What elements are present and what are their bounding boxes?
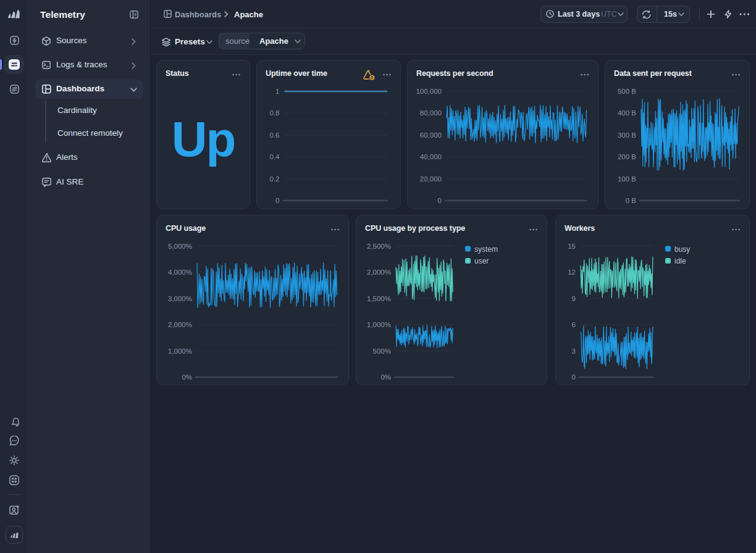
svg-text:2,000%: 2,000% bbox=[168, 321, 192, 328]
svg-text:500%: 500% bbox=[373, 347, 391, 355]
svg-text:0: 0 bbox=[275, 197, 279, 204]
svg-text:0 B: 0 B bbox=[626, 197, 637, 204]
svg-text:300 B: 300 B bbox=[618, 131, 636, 139]
svg-text:1,500%: 1,500% bbox=[367, 295, 391, 302]
svg-text:0.8: 0.8 bbox=[270, 109, 280, 117]
svg-text:6: 6 bbox=[572, 321, 576, 328]
svg-text:1,000%: 1,000% bbox=[367, 321, 391, 328]
svg-text:idle: idle bbox=[674, 257, 686, 265]
svg-text:0: 0 bbox=[438, 197, 442, 204]
svg-text:3: 3 bbox=[572, 347, 576, 355]
svg-text:busy: busy bbox=[674, 245, 690, 254]
svg-text:0: 0 bbox=[572, 373, 576, 381]
svg-text:1,000%: 1,000% bbox=[168, 347, 192, 355]
svg-text:1: 1 bbox=[275, 88, 279, 95]
svg-text:500 B: 500 B bbox=[618, 88, 636, 95]
svg-text:0%: 0% bbox=[380, 373, 391, 381]
svg-text:20,000: 20,000 bbox=[420, 175, 442, 183]
svg-text:3,000%: 3,000% bbox=[168, 295, 192, 302]
svg-text:user: user bbox=[474, 257, 489, 265]
svg-text:100 B: 100 B bbox=[618, 175, 636, 183]
svg-text:9: 9 bbox=[572, 295, 576, 302]
svg-text:2,500%: 2,500% bbox=[367, 243, 391, 250]
svg-text:200 B: 200 B bbox=[618, 153, 636, 160]
svg-text:0.6: 0.6 bbox=[270, 131, 280, 139]
svg-text:0.4: 0.4 bbox=[270, 153, 280, 160]
svg-text:15: 15 bbox=[568, 243, 576, 250]
svg-text:60,000: 60,000 bbox=[420, 131, 442, 139]
svg-text:5,000%: 5,000% bbox=[168, 243, 192, 250]
svg-text:system: system bbox=[474, 245, 498, 254]
svg-text:2,000%: 2,000% bbox=[367, 268, 391, 276]
svg-text:40,000: 40,000 bbox=[420, 153, 442, 160]
svg-text:400 B: 400 B bbox=[618, 109, 636, 117]
svg-text:0%: 0% bbox=[182, 373, 192, 381]
svg-text:4,000%: 4,000% bbox=[168, 268, 192, 276]
svg-text:12: 12 bbox=[568, 268, 576, 276]
svg-text:100,000: 100,000 bbox=[416, 88, 442, 95]
svg-text:0.2: 0.2 bbox=[270, 175, 280, 183]
svg-text:80,000: 80,000 bbox=[420, 109, 442, 117]
